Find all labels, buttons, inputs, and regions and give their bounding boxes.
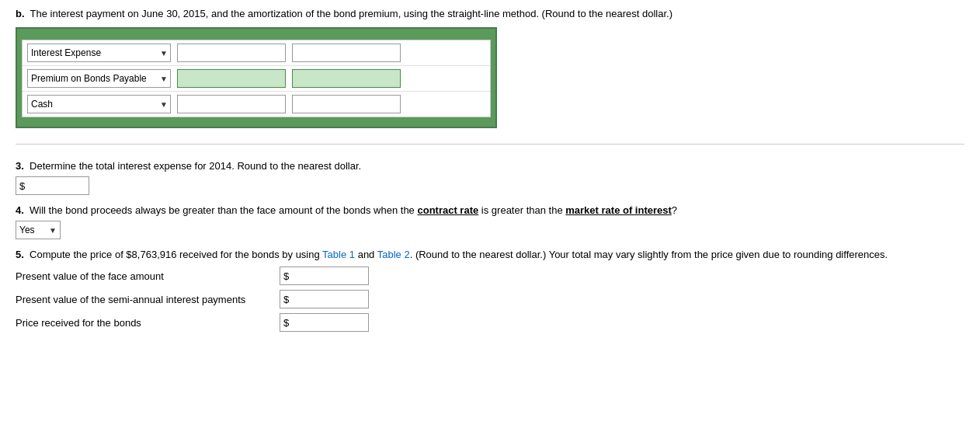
section-b-label: b.	[16, 8, 25, 19]
debit-input-2[interactable]	[177, 69, 286, 88]
table-2-link[interactable]: Table 2	[377, 249, 410, 260]
section-3-dollar-sign: $	[16, 180, 26, 192]
yes-select-arrow: ▼	[49, 226, 60, 235]
section-4-middle-text: is greater than the	[481, 204, 563, 216]
pv-label-3: Price received for the bonds	[16, 317, 280, 329]
account-select-1[interactable]: Interest Expense Premium on Bonds Payabl…	[27, 44, 171, 62]
credit-input-2[interactable]	[292, 69, 401, 88]
yes-select-wrapper[interactable]: Yes No ▼	[16, 221, 61, 239]
section-4-market-rate: market rate of interest	[565, 204, 672, 216]
pv-dollar-3: $	[280, 317, 290, 329]
section-4-text: 4. Will the bond proceeds always be grea…	[16, 204, 964, 216]
account-select-3[interactable]: Interest Expense Premium on Bonds Payabl…	[27, 95, 171, 113]
divider	[16, 144, 964, 145]
credit-input-1[interactable]	[292, 44, 401, 62]
pv-label-1: Present value of the face amount	[16, 270, 280, 282]
debit-input-3[interactable]	[177, 95, 286, 113]
pv-label-2: Present value of the semi-annual interes…	[16, 294, 280, 305]
section-3: 3. Determine the total interest expense …	[16, 160, 964, 195]
section-b: b. The interest payment on June 30, 2015…	[16, 8, 964, 128]
section-5-number: 5.	[16, 249, 24, 260]
account-select-wrapper-1[interactable]: Interest Expense Premium on Bonds Payabl…	[27, 44, 171, 62]
section-4: 4. Will the bond proceeds always be grea…	[16, 204, 964, 239]
journal-table-inner: Interest Expense Premium on Bonds Payabl…	[22, 40, 491, 117]
pv-input-wrapper-2[interactable]: $	[280, 290, 369, 308]
debit-input-1[interactable]	[177, 44, 286, 62]
section-b-description: b. The interest payment on June 30, 2015…	[16, 8, 964, 19]
section-3-value-input[interactable]	[26, 177, 89, 194]
pv-input-1[interactable]	[290, 267, 368, 284]
section-3-text: 3. Determine the total interest expense …	[16, 160, 964, 172]
pv-input-wrapper-1[interactable]: $	[280, 267, 369, 285]
pv-row-2: Present value of the semi-annual interes…	[16, 290, 964, 308]
journal-table: Interest Expense Premium on Bonds Payabl…	[16, 27, 497, 128]
journal-row-2: Interest Expense Premium on Bonds Payabl…	[23, 66, 490, 92]
section-5-text: 5. Compute the price of $8,763,916 recei…	[16, 249, 964, 260]
account-select-2[interactable]: Interest Expense Premium on Bonds Payabl…	[27, 69, 171, 88]
section-4-label: Will the bond proceeds always be greater…	[30, 204, 415, 216]
journal-row-1: Interest Expense Premium on Bonds Payabl…	[23, 40, 490, 66]
section-4-end-text: ?	[672, 204, 677, 216]
section-4-contract-rate: contract rate	[417, 204, 478, 216]
account-select-wrapper-3[interactable]: Interest Expense Premium on Bonds Payabl…	[27, 95, 171, 113]
section-4-number: 4.	[16, 204, 24, 216]
pv-input-wrapper-3[interactable]: $	[280, 313, 369, 332]
pv-input-3[interactable]	[290, 314, 368, 331]
pv-dollar-1: $	[280, 270, 290, 282]
pv-table: Present value of the face amount $ Prese…	[16, 267, 964, 332]
section-3-label: Determine the total interest expense for…	[30, 160, 361, 172]
section-5: 5. Compute the price of $8,763,916 recei…	[16, 249, 964, 332]
yes-no-select[interactable]: Yes No	[16, 221, 49, 239]
account-select-wrapper-2[interactable]: Interest Expense Premium on Bonds Payabl…	[27, 69, 171, 88]
pv-dollar-2: $	[280, 294, 290, 305]
journal-bottom-bar	[22, 117, 491, 122]
section-5-and: and	[358, 249, 375, 260]
pv-row-1: Present value of the face amount $	[16, 267, 964, 285]
section-5-end: . (Round to the nearest dollar.) Your to…	[410, 249, 888, 260]
section-3-input-wrapper[interactable]: $	[16, 176, 89, 195]
pv-row-3: Price received for the bonds $	[16, 313, 964, 332]
pv-input-2[interactable]	[290, 291, 368, 308]
section-3-number: 3.	[16, 160, 24, 172]
table-1-link[interactable]: Table 1	[322, 249, 355, 260]
journal-row-3: Interest Expense Premium on Bonds Payabl…	[23, 92, 490, 117]
credit-input-3[interactable]	[292, 95, 401, 113]
journal-header	[22, 33, 491, 40]
section-5-label: Compute the price of $8,763,916 received…	[30, 249, 320, 260]
